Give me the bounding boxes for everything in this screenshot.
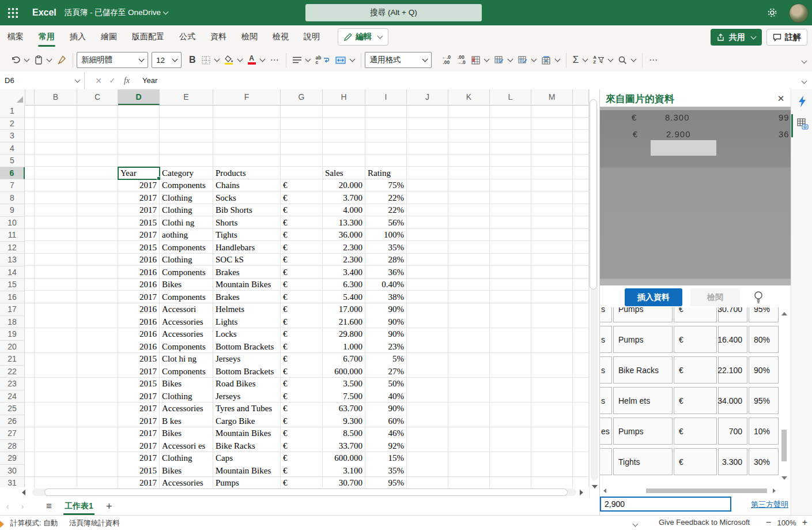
row-header-30[interactable]: 30 (0, 465, 25, 478)
row-header-1[interactable]: 1 (0, 105, 25, 118)
cell-G10[interactable]: € (283, 217, 320, 230)
cell-G9[interactable]: € (283, 204, 320, 217)
settings-gear-icon[interactable] (765, 6, 779, 20)
row-header-10[interactable]: 10 (0, 217, 25, 230)
bold-button[interactable]: B (186, 51, 199, 69)
cell-F25[interactable]: Tyres and Tubes (216, 403, 278, 415)
name-box[interactable]: D6 (0, 72, 85, 89)
pane-cell-pct[interactable]: 30% (749, 448, 779, 475)
format-as-table-button[interactable] (492, 51, 515, 69)
more-font-options-button[interactable]: ⋯ (267, 51, 282, 69)
cell-I18[interactable]: 90% (368, 316, 404, 329)
cell-D16[interactable]: 2017 (120, 291, 157, 304)
cell-E17[interactable]: Accessori (162, 303, 210, 316)
row-header-19[interactable]: 19 (0, 328, 25, 341)
find-button[interactable] (615, 51, 639, 69)
more-commands-button[interactable]: ⋯ (646, 51, 661, 69)
pane-cell-cur[interactable]: € (674, 326, 717, 353)
borders-button[interactable] (199, 51, 222, 69)
cell-D6[interactable]: Year (120, 167, 157, 180)
row-header-9[interactable]: 9 (0, 204, 25, 217)
row-header-5[interactable]: 5 (0, 155, 25, 167)
font-name-select[interactable]: 新細明體 (77, 52, 148, 68)
expand-formula-bar-button[interactable] (799, 77, 806, 87)
share-button[interactable]: 共用 (711, 29, 762, 46)
row-header-12[interactable]: 12 (0, 242, 25, 254)
cell-styles-button[interactable] (515, 51, 539, 69)
row-header-22[interactable]: 22 (0, 366, 25, 378)
cell-H17[interactable]: 17.000 (325, 303, 362, 316)
cell-I22[interactable]: 27% (368, 366, 404, 378)
cell-I12[interactable]: 35% (368, 242, 404, 254)
pane-vertical-scrollbar[interactable] (780, 307, 789, 487)
cell-H15[interactable]: 6.300 (325, 279, 362, 291)
row-header-13[interactable]: 13 (0, 254, 25, 266)
cell-D7[interactable]: 2017 (120, 179, 157, 192)
cell-I11[interactable]: 100% (368, 229, 404, 242)
cell-E15[interactable]: Bikes (162, 279, 210, 291)
cell-I30[interactable]: 35% (368, 465, 404, 478)
tab-home[interactable]: 常用 (31, 25, 62, 48)
scroll-down-arrow[interactable] (781, 476, 787, 480)
cell-D29[interactable]: 2017 (120, 452, 157, 465)
column-header-A[interactable] (25, 89, 35, 104)
cell-G30[interactable]: € (283, 465, 320, 478)
row-header-29[interactable]: 29 (0, 452, 25, 465)
tab-formulas[interactable]: 公式 (172, 25, 203, 48)
cell-H20[interactable]: 1.000 (325, 341, 362, 354)
cell-G8[interactable]: € (283, 192, 320, 205)
cell-F6[interactable]: Products (216, 167, 278, 180)
cell-E20[interactable]: Components (162, 341, 210, 354)
cell-F13[interactable]: SOC kS (216, 254, 278, 266)
cell-D25[interactable]: 2017 (120, 403, 157, 415)
cell-I14[interactable]: 36% (368, 266, 404, 279)
cell-H18[interactable]: 21.600 (325, 316, 362, 329)
row-header-18[interactable]: 18 (0, 316, 25, 329)
tab-data[interactable]: 資料 (203, 25, 234, 48)
cell-H25[interactable]: 63.700 (325, 403, 362, 415)
vertical-scroll-thumb[interactable] (590, 99, 597, 290)
cell-I21[interactable]: 5% (368, 353, 404, 366)
cell-E29[interactable]: Clothing (162, 452, 210, 465)
increase-decimal-button[interactable]: .00→.0 (454, 51, 469, 69)
cell-F24[interactable]: Jerseys (216, 390, 278, 403)
cell-F21[interactable]: Jerseys (216, 353, 278, 366)
cell-H14[interactable]: 3.400 (325, 266, 362, 279)
cell-G25[interactable]: € (283, 403, 320, 415)
pane-cell-product[interactable]: Pumps (613, 307, 673, 322)
cell-E6[interactable]: Category (162, 167, 210, 180)
pane-cell-frag[interactable]: s (600, 326, 612, 353)
cell-H12[interactable]: 2.300 (325, 242, 362, 254)
cell-G16[interactable]: € (283, 291, 320, 304)
tab-review[interactable]: 檢閱 (234, 25, 265, 48)
cell-H13[interactable]: 2.300 (325, 254, 362, 266)
column-header-H[interactable]: H (323, 89, 365, 104)
pane-cell-product[interactable]: Pumps (613, 326, 673, 353)
comments-button[interactable]: 註解 (766, 29, 807, 46)
cell-F26[interactable]: Cargo Bike (216, 415, 278, 428)
decrease-decimal-button[interactable]: ←.0.00 (439, 51, 454, 69)
wrap-text-button[interactable]: abc (313, 51, 333, 69)
cell-E10[interactable]: Clothi ng (162, 217, 210, 230)
cell-F7[interactable]: Chains (216, 179, 278, 192)
cell-D20[interactable]: 2016 (120, 341, 157, 354)
tab-help[interactable]: 說明 (296, 25, 327, 48)
cell-H29[interactable]: 600.000 (325, 452, 362, 465)
cell-G11[interactable]: € (283, 229, 320, 242)
new-sheet-button[interactable]: + (100, 500, 118, 513)
cell-H16[interactable]: 5.400 (325, 291, 362, 304)
cell-H21[interactable]: 6.700 (325, 353, 362, 366)
cell-I24[interactable]: 40% (368, 390, 404, 403)
column-header-C[interactable]: C (77, 89, 118, 104)
cell-F19[interactable]: Locks (216, 328, 278, 341)
pane-cell-pct[interactable]: 10% (749, 418, 779, 445)
tab-insert[interactable]: 插入 (62, 25, 93, 48)
cell-I23[interactable]: 50% (368, 378, 404, 390)
insert-table-button[interactable] (539, 51, 562, 69)
cell-H30[interactable]: 3.100 (325, 465, 362, 478)
cell-I28[interactable]: 92% (368, 440, 404, 453)
cell-G13[interactable]: € (283, 254, 320, 266)
cancel-entry-icon[interactable]: ✕ (92, 76, 105, 85)
horizontal-scroll-thumb[interactable] (646, 488, 767, 493)
cell-I17[interactable]: 90% (368, 303, 404, 316)
